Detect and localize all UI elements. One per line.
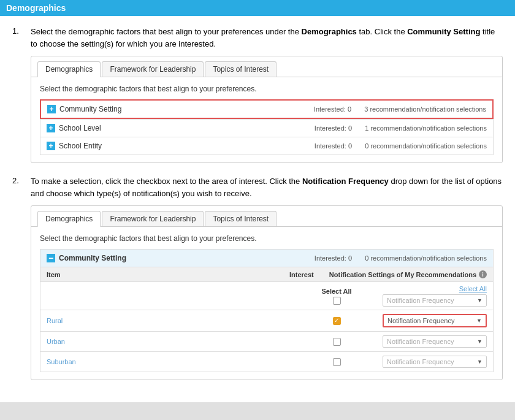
suburban-notification-dropdown[interactable]: Notification Frequency ▼ [383,356,487,368]
step-2-mockup: Demographics Framework for Leadership To… [31,205,503,380]
notification-frequency-select-all[interactable]: Notification Frequency ▼ [383,294,487,307]
main-content: 1. Select the demographic factors that b… [0,16,515,402]
school-entity-stats: Interested: 0 0 recommendation/notificat… [297,142,487,150]
minus-icon-community: − [47,254,55,262]
expanded-community-label: − Community Setting [47,254,297,262]
dropdown-arrow-select-all: ▼ [477,297,483,304]
school-level-stats: Interested: 0 1 recommendation/notificat… [297,124,487,132]
step-1: 1. Select the demographic factors that b… [12,26,503,163]
step-1-row-school-entity[interactable]: + School Entity Interested: 0 0 recommen… [40,137,494,155]
school-level-interested: Interested: 0 [297,124,352,132]
plus-icon-community: + [47,105,56,113]
school-entity-interested: Interested: 0 [297,142,352,150]
step-2-subtitle: Select the demographic factors that best… [40,234,494,243]
suburban-checkbox[interactable] [333,358,341,366]
select-all-notif-label: Select All [459,285,487,292]
suburban-label: Suburban [47,358,309,365]
col-notification-header: Notification Settings of My Recommendati… [329,270,487,278]
info-icon: i [479,270,487,278]
step-2-number: 2. [12,175,31,185]
step-1-content: Select the demographic factors that best… [31,26,503,163]
col-interest-header: Interest [274,271,329,278]
rural-notification-area: Notification Frequency ▼ [364,314,487,327]
tab-topics-1[interactable]: Topics of Interest [205,61,277,77]
step-1-mockup: Demographics Framework for Leadership To… [31,56,503,163]
expanded-interested: Interested: 0 [297,254,352,262]
dropdown-arrow-urban: ▼ [477,338,483,345]
step-2-content: To make a selection, click the checkbox … [31,175,503,380]
item-row-suburban: Suburban Notification Frequency ▼ [40,351,494,372]
select-all-row: Select All Select All Notification Frequ… [40,281,494,310]
tab-demographics-1[interactable]: Demographics [37,61,101,77]
plus-icon-school-level: + [47,124,55,132]
step-1-row-community[interactable]: + Community Setting Interested: 0 3 reco… [40,99,494,119]
community-stats: Interested: 0 3 recommendation/notificat… [296,105,486,113]
select-all-notif-col: Select All Notification Frequency ▼ [364,285,487,307]
school-level-label: + School Level [47,124,297,132]
suburban-checkbox-area [309,358,364,366]
step-1-subtitle: Select the demographic factors that best… [40,85,494,93]
select-all-interest-label: Select All [321,288,351,295]
school-entity-reco: 0 recommendation/notification selections [364,142,487,150]
tab-framework-1[interactable]: Framework for Leadership [102,61,204,77]
step-2: 2. To make a selection, click the checkb… [12,175,503,380]
suburban-notification-area: Notification Frequency ▼ [364,356,487,368]
community-setting-label: + Community Setting [47,105,296,113]
step-1-tabs: Demographics Framework for Leadership To… [31,56,502,77]
urban-checkbox-area [309,338,364,346]
expanded-community-header[interactable]: − Community Setting Interested: 0 0 reco… [40,249,494,267]
step-2-tab-content: Select the demographic factors that best… [31,227,502,380]
tab-demographics-2[interactable]: Demographics [37,211,101,227]
header-bar: Demographics [0,0,515,16]
item-row-rural: Rural Notification Frequency ▼ [40,310,494,331]
expanded-community-stats: Interested: 0 0 recommendation/notificat… [297,254,487,262]
dropdown-arrow-rural: ▼ [476,318,482,324]
step-2-text: To make a selection, click the checkbox … [31,175,503,199]
rural-checkbox-area [309,317,364,325]
step-1-row-school-level[interactable]: + School Level Interested: 0 1 recommend… [40,119,494,137]
step-1-tab-content: Select the demographic factors that best… [31,77,502,162]
rural-label: Rural [47,317,309,324]
step-1-text: Select the demographic factors that best… [31,26,503,50]
tab-framework-2[interactable]: Framework for Leadership [102,211,204,226]
sub-header-row: Item Interest Notification Settings of M… [40,267,494,281]
plus-icon-school-entity: + [47,142,55,150]
urban-checkbox[interactable] [333,338,341,346]
urban-notification-dropdown[interactable]: Notification Frequency ▼ [383,335,487,348]
urban-notification-area: Notification Frequency ▼ [364,335,487,348]
rural-notification-dropdown[interactable]: Notification Frequency ▼ [383,314,487,327]
select-all-interest-col: Select All [309,288,364,305]
community-interested: Interested: 0 [296,105,351,113]
dropdown-arrow-suburban: ▼ [477,359,483,365]
school-level-reco: 1 recommendation/notification selections [364,124,487,132]
expanded-reco: 0 recommendation/notification selections [364,254,487,262]
tab-topics-2[interactable]: Topics of Interest [205,211,277,226]
community-reco: 3 recommendation/notification selections [364,105,486,113]
urban-label: Urban [47,338,309,345]
step-1-number: 1. [12,26,31,36]
select-all-checkbox[interactable] [333,297,341,305]
rural-checkbox[interactable] [333,317,341,325]
col-item-header: Item [47,271,274,278]
school-entity-label: + School Entity [47,142,297,150]
step-2-tabs: Demographics Framework for Leadership To… [31,206,502,227]
page-title: Demographics [6,3,66,13]
item-row-urban: Urban Notification Frequency ▼ [40,331,494,351]
